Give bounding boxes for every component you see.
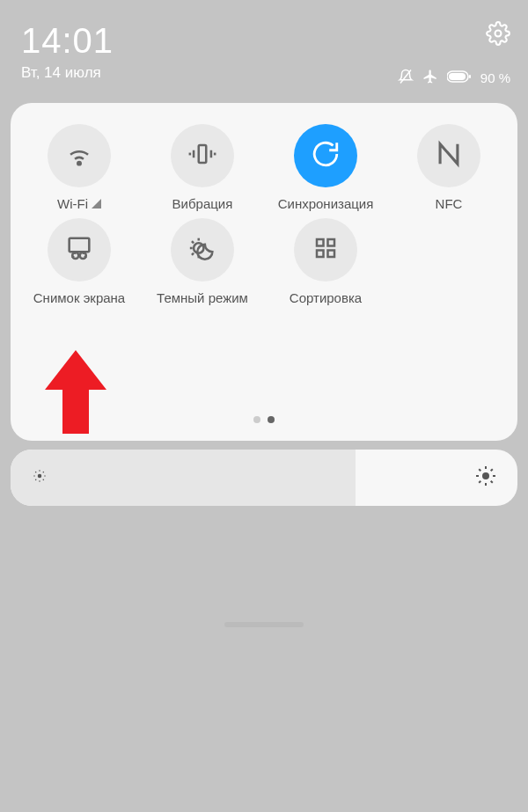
vibration-icon — [187, 139, 217, 172]
mute-icon — [398, 69, 414, 87]
svg-line-19 — [192, 253, 194, 255]
svg-line-39 — [491, 481, 493, 483]
page-dot[interactable] — [253, 416, 260, 423]
svg-rect-23 — [328, 251, 335, 258]
svg-point-0 — [495, 31, 502, 37]
tile-sort: Сортировка — [264, 218, 387, 305]
svg-line-18 — [192, 241, 194, 243]
svg-rect-11 — [70, 238, 90, 252]
nfc-toggle[interactable] — [417, 124, 480, 187]
tile-label: Сортировка — [290, 290, 362, 305]
svg-line-40 — [479, 481, 480, 483]
home-indicator[interactable] — [224, 622, 304, 627]
battery-percent: 90 % — [480, 70, 510, 85]
screenshot-icon — [64, 233, 94, 267]
battery-icon — [447, 70, 472, 85]
svg-rect-22 — [317, 251, 324, 258]
time-display: 14:01 — [21, 21, 114, 61]
tile-vibration: Вибрация — [141, 124, 264, 211]
svg-rect-21 — [328, 239, 335, 246]
tile-label: NFC — [436, 196, 463, 211]
tile-sync: Синхронизация — [264, 124, 387, 211]
sync-toggle[interactable] — [294, 124, 357, 187]
wifi-toggle[interactable] — [48, 124, 111, 187]
dark-mode-icon — [187, 233, 217, 267]
tile-wifi: Wi-Fi — [18, 124, 141, 211]
tile-dark-mode: Темный режим — [141, 218, 264, 305]
tile-label: Вибрация — [172, 196, 233, 211]
svg-point-5 — [77, 162, 80, 165]
tile-screenshot: Снимок экрана — [18, 218, 141, 305]
sort-toggle[interactable] — [294, 218, 357, 282]
svg-line-32 — [43, 472, 44, 472]
svg-rect-3 — [449, 73, 466, 80]
status-bar: 14:01 Вт, 14 июля — [0, 0, 528, 94]
vibration-toggle[interactable] — [171, 124, 234, 187]
svg-point-24 — [38, 474, 42, 479]
svg-point-13 — [80, 252, 86, 259]
date-display: Вт, 14 июля — [21, 64, 114, 82]
airplane-icon — [422, 69, 438, 87]
sort-icon — [312, 235, 339, 265]
svg-rect-6 — [199, 145, 207, 163]
svg-line-41 — [491, 469, 493, 471]
tile-label: Снимок экрана — [33, 290, 125, 305]
signal-icon — [92, 199, 101, 208]
brightness-high-icon — [475, 465, 496, 490]
brightness-low-icon — [32, 468, 48, 487]
dark-mode-toggle[interactable] — [171, 218, 234, 282]
svg-point-33 — [482, 472, 489, 479]
tile-label: Wi-Fi — [57, 196, 101, 211]
svg-rect-20 — [317, 239, 324, 246]
tile-label: Синхронизация — [278, 196, 374, 211]
svg-rect-4 — [469, 75, 471, 78]
page-dot-active[interactable] — [268, 416, 275, 423]
brightness-slider[interactable] — [11, 450, 517, 506]
tile-label: Темный режим — [157, 290, 248, 305]
svg-point-12 — [72, 252, 78, 259]
svg-line-30 — [43, 479, 44, 480]
sync-icon — [311, 139, 341, 172]
wifi-icon — [64, 139, 94, 172]
tile-nfc: NFC — [387, 124, 510, 211]
svg-line-31 — [35, 479, 36, 480]
nfc-icon — [434, 139, 464, 172]
screenshot-toggle[interactable] — [48, 218, 111, 282]
svg-line-38 — [479, 469, 480, 471]
annotation-arrow — [40, 350, 111, 442]
svg-line-29 — [35, 472, 36, 472]
settings-icon[interactable] — [486, 21, 510, 49]
